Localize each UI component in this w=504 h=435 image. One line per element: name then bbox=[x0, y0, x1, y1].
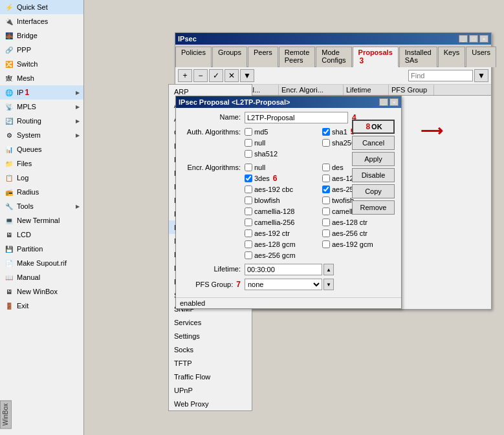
encr-blowfish-cb[interactable] bbox=[245, 196, 252, 204]
sidebar-item-tools[interactable]: 🔧 Tools bbox=[0, 199, 83, 213]
red-arrow: ⟶ bbox=[421, 122, 443, 140]
sidebar-label: IP bbox=[17, 89, 23, 96]
add-button[interactable]: + bbox=[178, 69, 192, 82]
cancel-button[interactable]: Cancel bbox=[352, 136, 395, 150]
sidebar-label: PPP bbox=[17, 46, 31, 54]
tab-policies[interactable]: Policies bbox=[175, 47, 212, 67]
encr-camellia192-cb[interactable] bbox=[322, 207, 330, 215]
submenu-label: TFTP bbox=[174, 359, 192, 367]
proposal-minimize[interactable]: _ bbox=[379, 98, 388, 106]
quick-set-icon: ⚡ bbox=[4, 2, 14, 12]
lifetime-up[interactable]: ▲ bbox=[323, 264, 334, 275]
submenu-services[interactable]: Services bbox=[169, 315, 252, 329]
encr-aes256cbc-cb[interactable] bbox=[322, 186, 330, 193]
sidebar-item-queues[interactable]: 📊 Queues bbox=[0, 142, 83, 156]
auth-sha256-cb[interactable] bbox=[322, 139, 330, 147]
remove-button[interactable]: − bbox=[193, 69, 208, 82]
find-dropdown[interactable]: ▼ bbox=[474, 69, 488, 82]
tab-remote-peers[interactable]: Remote Peers bbox=[279, 47, 316, 67]
sidebar-label: Routing bbox=[17, 117, 41, 125]
system-icon: ⚙ bbox=[4, 130, 14, 140]
sidebar-item-new-terminal[interactable]: 💻 New Terminal bbox=[0, 213, 83, 228]
pfs-row: PFS Group: 7 none ▼ bbox=[180, 279, 397, 290]
tab-users[interactable]: Users bbox=[466, 47, 496, 67]
auth-sha1-cb[interactable] bbox=[322, 128, 330, 136]
sidebar-item-lcd[interactable]: 🖥 LCD bbox=[0, 228, 83, 242]
sidebar-label: Queues bbox=[17, 145, 42, 153]
encr-camellia128-cb[interactable] bbox=[245, 207, 252, 215]
sidebar-item-bridge[interactable]: 🌉 Bridge bbox=[0, 28, 83, 43]
sidebar-item-make-supout[interactable]: 📄 Make Supout.rif bbox=[0, 256, 83, 270]
sidebar-item-new-winbox[interactable]: 🖥 New WinBox bbox=[0, 284, 83, 299]
sidebar-item-files[interactable]: 📁 Files bbox=[0, 156, 83, 171]
sidebar-item-system[interactable]: ⚙ System bbox=[0, 128, 83, 142]
maximize-button[interactable]: □ bbox=[469, 35, 478, 43]
encr-3des-cb[interactable] bbox=[245, 175, 252, 182]
sidebar-item-routing[interactable]: 🔄 Routing bbox=[0, 114, 83, 128]
sidebar-item-radius[interactable]: 📻 Radius bbox=[0, 185, 83, 199]
encr-twofish-cb[interactable] bbox=[322, 196, 330, 204]
tab-mode-configs[interactable]: Mode Configs bbox=[316, 47, 351, 67]
sidebar-item-ppp[interactable]: 🔗 PPP bbox=[0, 43, 83, 57]
submenu-tftp[interactable]: TFTP bbox=[169, 356, 252, 370]
remove-proposal-button[interactable]: Remove bbox=[352, 200, 395, 215]
supout-icon: 📄 bbox=[4, 258, 14, 268]
action-buttons: 8 OK ⟶ Cancel Apply Disable bbox=[352, 120, 397, 215]
encr-aes192cbc-cb[interactable] bbox=[245, 186, 252, 193]
encr-aes256gcm-cb[interactable] bbox=[245, 251, 252, 259]
submenu-upnp[interactable]: UPnP bbox=[169, 383, 252, 397]
routing-icon: 🔄 bbox=[4, 116, 14, 126]
pfs-select[interactable]: none bbox=[245, 279, 322, 290]
sidebar-item-interfaces[interactable]: 🔌 Interfaces bbox=[0, 14, 83, 28]
sidebar-item-manual[interactable]: 📖 Manual bbox=[0, 270, 83, 284]
encr-aes128ctr-cb[interactable] bbox=[322, 218, 330, 226]
tab-proposals[interactable]: Proposals 3 bbox=[353, 47, 399, 67]
tab-installed-sas[interactable]: Installed SAs bbox=[399, 47, 437, 67]
lifetime-input[interactable] bbox=[245, 264, 322, 275]
submenu-traffic-flow[interactable]: Traffic Flow bbox=[169, 370, 252, 383]
sidebar-item-partition[interactable]: 💾 Partition bbox=[0, 242, 83, 256]
sidebar-item-mpls[interactable]: 📡 MPLS bbox=[0, 100, 83, 114]
sidebar-label: Manual bbox=[17, 273, 40, 281]
close-button[interactable]: × bbox=[479, 35, 488, 43]
submenu-web-proxy[interactable]: Web Proxy bbox=[169, 397, 252, 410]
cross-button[interactable]: ✕ bbox=[225, 69, 239, 82]
apply-button[interactable]: Apply bbox=[352, 152, 395, 166]
auth-sha512-cb[interactable] bbox=[245, 150, 252, 158]
minimize-button[interactable]: _ bbox=[459, 35, 468, 43]
tab-peers[interactable]: Peers bbox=[248, 47, 278, 67]
encr-null-cb[interactable] bbox=[245, 164, 252, 171]
check-button[interactable]: ✓ bbox=[209, 69, 223, 82]
encr-aes192gcm-cb[interactable] bbox=[322, 240, 330, 248]
find-input[interactable] bbox=[408, 70, 473, 81]
submenu-socks[interactable]: Socks bbox=[169, 343, 252, 356]
sidebar-item-exit[interactable]: 🚪 Exit bbox=[0, 299, 83, 313]
auth-md5-cb[interactable] bbox=[245, 128, 252, 136]
copy-button[interactable]: Copy bbox=[352, 184, 395, 198]
tab-groups[interactable]: Groups bbox=[212, 47, 247, 67]
encr-aes192ctr-cb[interactable] bbox=[245, 229, 252, 237]
disable-button[interactable]: Disable bbox=[352, 168, 395, 182]
status-bar: enabled bbox=[176, 297, 401, 308]
encr-aes128gcm: aes-128 gcm bbox=[245, 239, 320, 249]
proposal-titlebar: IPsec Proposal <L2TP-Proposal> _ × bbox=[176, 96, 401, 108]
sidebar-item-switch[interactable]: 🔀 Switch bbox=[0, 57, 83, 71]
auth-null-cb[interactable] bbox=[245, 139, 252, 147]
sidebar-item-mesh[interactable]: 🕸 Mesh bbox=[0, 71, 83, 85]
encr-aes128cbc-cb[interactable] bbox=[322, 175, 330, 182]
submenu-label: Web Proxy bbox=[174, 400, 209, 408]
pfs-dropdown[interactable]: ▼ bbox=[323, 279, 334, 290]
submenu-settings[interactable]: Settings bbox=[169, 329, 252, 343]
sidebar-item-log[interactable]: 📋 Log bbox=[0, 171, 83, 185]
sidebar-item-quick-set[interactable]: ⚡ Quick Set bbox=[0, 0, 83, 14]
encr-des-cb[interactable] bbox=[322, 164, 330, 171]
encr-aes256ctr-cb[interactable] bbox=[322, 229, 330, 237]
encr-camellia256-cb[interactable] bbox=[245, 218, 252, 226]
ok-button[interactable]: 8 OK bbox=[352, 120, 395, 134]
filter-button[interactable]: ▼ bbox=[240, 69, 254, 82]
encr-aes128gcm-cb[interactable] bbox=[245, 240, 252, 248]
sidebar-item-ip[interactable]: 🌐 IP 1 bbox=[0, 85, 83, 100]
tab-keys[interactable]: Keys bbox=[438, 47, 465, 67]
name-input[interactable] bbox=[245, 112, 348, 123]
proposal-close[interactable]: × bbox=[389, 98, 399, 106]
